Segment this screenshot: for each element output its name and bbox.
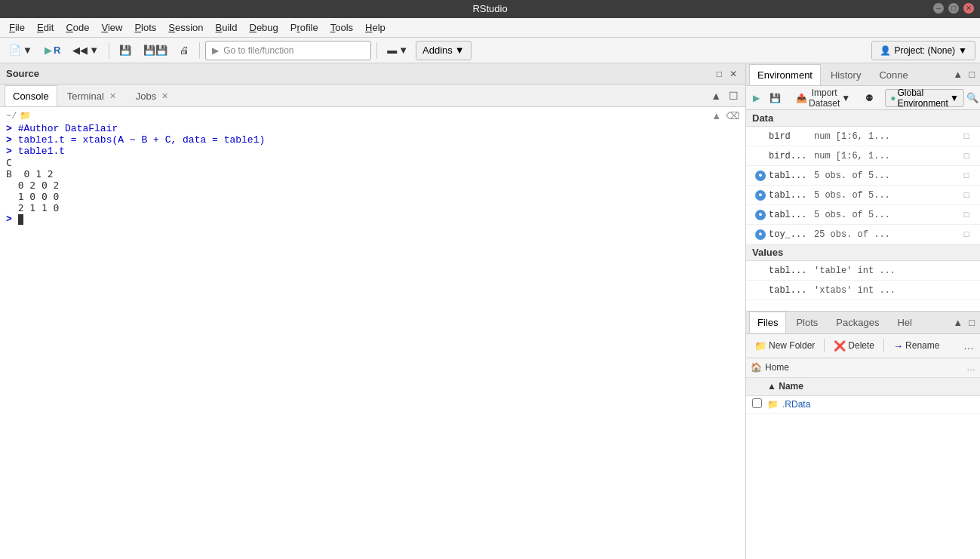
env-tabl2-expand[interactable]: □ [959, 191, 974, 200]
addins-button[interactable]: Addins ▼ [416, 41, 472, 60]
env-maximize-button[interactable]: □ [966, 68, 977, 81]
env-bird2-expand[interactable]: □ [959, 152, 974, 161]
console-content[interactable]: ~/ 📁 > #Author DataFlair > table1.t = xt… [0, 107, 745, 559]
files-maximize-button[interactable]: □ [966, 316, 977, 329]
env-row-bird2[interactable]: bird... num [1:6, 1... □ [746, 146, 980, 166]
console-shrink-button[interactable]: ▲ [708, 89, 723, 103]
files-col-name-label[interactable]: ▲ Name [767, 381, 974, 392]
files-content[interactable]: 🏠 Home … ▲ Name 📁 [746, 358, 980, 560]
env-tabl3-type: 5 obs. of 5... [814, 210, 959, 220]
menu-profile[interactable]: Profile [284, 20, 324, 35]
toolbar-separator-2 [199, 42, 200, 59]
env-toy-expand[interactable]: □ [959, 230, 974, 239]
rename-button[interactable]: → Rename [888, 336, 945, 355]
env-val1-type: 'table' int ... [814, 266, 959, 276]
env-save-button[interactable]: 💾 [766, 89, 785, 107]
menu-help[interactable]: Help [359, 20, 392, 35]
env-bird-expand[interactable]: □ [959, 132, 974, 141]
env-content[interactable]: Data bird num [1:6, 1... □ bird... num [… [746, 110, 980, 311]
menu-code[interactable]: Code [60, 20, 95, 35]
source-expand-button[interactable]: ✕ [727, 68, 739, 80]
goto-file-input[interactable]: ▶ Go to file/function [205, 41, 371, 60]
new-file-button[interactable]: 📄 ▼ [5, 41, 37, 60]
tab-files[interactable]: Files [749, 312, 786, 333]
console-line-3: > table1.t [6, 146, 739, 157]
addins-label: Addins [422, 45, 453, 56]
files-checkbox-rdata[interactable] [752, 398, 762, 408]
env-tabl2-name: tabl... [769, 190, 814, 201]
tab-jobs[interactable]: Jobs ✕ [127, 85, 178, 106]
nav-back-icon: ◀◀ [72, 45, 88, 56]
tab-jobs-label: Jobs [136, 91, 156, 102]
save-button[interactable]: 💾 [115, 41, 136, 60]
files-more-button[interactable]: … [960, 339, 977, 352]
open-project-button[interactable]: ▶ R [40, 41, 65, 60]
print-icon: 🖨 [180, 45, 189, 56]
delete-button[interactable]: ❌ Delete [828, 336, 880, 355]
global-env-selector[interactable]: ● Global Environment ▼ [885, 89, 964, 107]
menu-tools[interactable]: Tools [324, 20, 359, 35]
files-check-rdata[interactable] [752, 398, 767, 410]
menu-edit[interactable]: Edit [31, 20, 60, 35]
menu-file[interactable]: File [3, 20, 31, 35]
env-tabl3-expand[interactable]: □ [959, 210, 974, 220]
close-button[interactable]: ✕ [963, 3, 974, 14]
console-input-line[interactable]: > [6, 213, 739, 225]
tab-terminal-close[interactable]: ✕ [108, 91, 118, 101]
console-clear-button[interactable]: ⌫ [724, 110, 741, 121]
files-path-home-icon: 🏠 [751, 362, 762, 373]
new-folder-button[interactable]: 📁 New Folder [749, 336, 820, 355]
minimize-button[interactable]: – [933, 3, 944, 14]
tab-help[interactable]: Hel [889, 312, 920, 333]
tab-history[interactable]: History [822, 64, 869, 85]
save-all-button[interactable]: 💾💾 [139, 41, 172, 60]
project-user-icon: 👤 [880, 45, 891, 56]
tab-connections[interactable]: Conne [871, 64, 916, 85]
files-minimize-button[interactable]: ▲ [951, 316, 965, 329]
env-minimize-button[interactable]: ▲ [951, 68, 965, 81]
console-output-table: C B 0 1 2 0 2 0 2 1 0 0 0 2 1 1 0 [6, 157, 739, 213]
env-tabl2-type: 5 obs. of 5... [814, 190, 959, 201]
env-row-val2[interactable]: tabl... 'xtabs' int ... [746, 281, 980, 300]
goto-placeholder: Go to file/function [223, 45, 293, 56]
layout-button[interactable]: ▬ ▼ [382, 41, 413, 60]
menu-debug[interactable]: Debug [244, 20, 284, 35]
console-minimize-button[interactable]: ▲ [710, 110, 723, 121]
menu-plots[interactable]: Plots [128, 20, 162, 35]
files-path-bar: 🏠 Home … [746, 358, 980, 378]
env-search-button[interactable]: 🔍 [966, 89, 978, 107]
layout-icon: ▬ [387, 45, 397, 56]
env-load-button[interactable]: ▶ [749, 89, 763, 107]
tab-packages[interactable]: Packages [828, 312, 887, 333]
menu-view[interactable]: View [95, 20, 128, 35]
nav-back-button[interactable]: ◀◀ ▼ [68, 41, 103, 60]
tab-terminal[interactable]: Terminal ✕ [59, 85, 126, 106]
env-row-tabl1[interactable]: ● tabl... 5 obs. of 5... □ [746, 166, 980, 186]
menu-session[interactable]: Session [162, 20, 209, 35]
prompt-active: > [6, 213, 12, 225]
import-icon: 📤 [796, 93, 807, 103]
env-row-tabl3[interactable]: ● tabl... 5 obs. of 5... □ [746, 205, 980, 225]
env-tabl1-expand[interactable]: □ [959, 171, 974, 180]
files-path-home-label: Home [765, 362, 789, 373]
prompt-1: > [6, 123, 12, 134]
maximize-button[interactable]: □ [948, 3, 959, 14]
env-val1-name: tabl... [769, 266, 814, 276]
source-collapse-button[interactable]: □ [714, 68, 724, 80]
tab-environment[interactable]: Environment [749, 64, 821, 85]
files-path-more[interactable]: … [966, 362, 975, 373]
import-dataset-button[interactable]: 📤 Import Dataset ▼ [792, 89, 854, 107]
env-row-toy[interactable]: ● toy_... 25 obs. of ... □ [746, 225, 980, 244]
env-row-val1[interactable]: tabl... 'table' int ... [746, 261, 980, 281]
tab-plots[interactable]: Plots [788, 312, 826, 333]
project-button[interactable]: 👤 Project: (None) ▼ [871, 41, 975, 60]
env-row-tabl2[interactable]: ● tabl... 5 obs. of 5... □ [746, 186, 980, 205]
env-row-bird[interactable]: bird num [1:6, 1... □ [746, 127, 980, 146]
menu-build[interactable]: Build [210, 20, 244, 35]
files-row-rdata[interactable]: 📁 .RData [746, 396, 980, 414]
tab-console[interactable]: Console [5, 85, 57, 106]
tab-jobs-close[interactable]: ✕ [160, 91, 170, 101]
print-button[interactable]: 🖨 [175, 41, 194, 60]
console-expand-button[interactable]: ☐ [727, 89, 741, 103]
clear-env-button[interactable]: ⚉ [862, 89, 877, 107]
